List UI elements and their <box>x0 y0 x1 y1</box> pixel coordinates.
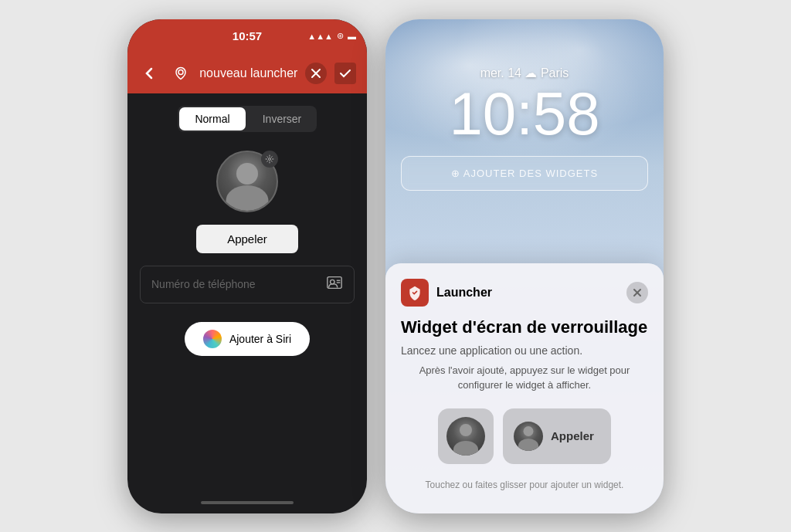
check-icon-header[interactable] <box>334 63 356 84</box>
svg-point-0 <box>178 69 183 74</box>
status-bar-left: 10:57 ▲▲▲ ⊛ ▬ <box>127 19 367 53</box>
app-title: nouveau launcher <box>199 66 297 80</box>
widget-wide-option[interactable]: Appeler <box>503 408 611 464</box>
siri-orb-icon <box>203 330 222 348</box>
header-right-icons <box>305 63 356 84</box>
modal-title: Widget d'écran de verrouillage <box>401 317 648 337</box>
left-phone: 10:57 ▲▲▲ ⊛ ▬ nouveau launcher <box>127 19 367 513</box>
modal-subtitle: Lancez une application ou une action. <box>401 344 648 357</box>
close-icon-header[interactable] <box>305 63 327 84</box>
contacts-icon[interactable] <box>326 274 343 295</box>
phone-placeholder: Numéro de téléphone <box>151 278 256 290</box>
lockscreen-time: 10:58 <box>401 83 648 144</box>
avatar-container <box>216 151 278 212</box>
modal-close-button[interactable] <box>626 282 648 303</box>
modal-header: Launcher <box>401 279 648 307</box>
modal-app-info: Launcher <box>401 279 492 307</box>
status-time-left: 10:57 <box>233 29 262 42</box>
signal-icon: ▲▲▲ <box>307 32 333 41</box>
widget-small-avatar <box>446 417 485 456</box>
battery-icon: ▬ <box>348 32 356 41</box>
svg-point-5 <box>331 280 335 284</box>
add-widget-button[interactable]: ⊕ AJOUTER DES WIDGETS <box>401 156 648 191</box>
modal-sheet: Launcher Widget d'écran de verrouillage … <box>385 263 664 513</box>
home-indicator <box>201 501 294 504</box>
gear-icon[interactable] <box>261 151 278 168</box>
app-body: Normal Inverser Appeler Numéro <box>127 93 367 368</box>
launcher-app-icon <box>401 279 429 307</box>
siri-label: Ajouter à Siri <box>229 333 291 345</box>
lockscreen-date: mer. 14 ☁ Paris <box>401 66 648 80</box>
widget-call-label: Appeler <box>551 429 594 442</box>
modal-description: Après l'avoir ajouté, appuyez sur le wid… <box>401 363 648 393</box>
lockscreen-content: mer. 14 ☁ Paris 10:58 ⊕ AJOUTER DES WIDG… <box>385 19 664 191</box>
right-phone: mer. 14 ☁ Paris 10:58 ⊕ AJOUTER DES WIDG… <box>385 19 664 513</box>
launcher-app-name: Launcher <box>436 286 492 300</box>
app-header: nouveau launcher <box>127 53 367 93</box>
siri-button[interactable]: Ajouter à Siri <box>185 322 310 356</box>
widget-small-option[interactable] <box>438 408 494 464</box>
location-icon[interactable] <box>169 62 192 85</box>
widget-wide-avatar <box>514 422 543 451</box>
wifi-icon: ⊛ <box>337 31 344 41</box>
modal-footer-text: Touchez ou faites glisser pour ajouter u… <box>401 479 648 490</box>
svg-point-3 <box>269 158 271 160</box>
phone-input-row[interactable]: Numéro de téléphone <box>140 266 355 303</box>
status-icons-left: ▲▲▲ ⊛ ▬ <box>307 31 356 41</box>
call-button[interactable]: Appeler <box>196 225 298 253</box>
widget-options: Appeler <box>401 408 648 464</box>
segment-control[interactable]: Normal Inverser <box>178 106 317 132</box>
segment-inverser[interactable]: Inverser <box>249 107 315 130</box>
back-button[interactable] <box>138 62 161 85</box>
segment-normal[interactable]: Normal <box>179 107 246 130</box>
